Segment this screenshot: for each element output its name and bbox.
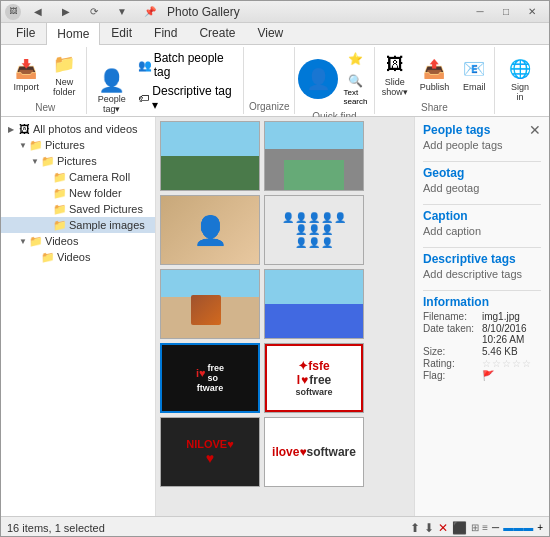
- flag-value[interactable]: 🚩: [482, 370, 494, 381]
- caption-value[interactable]: Add caption: [423, 225, 541, 237]
- nav-dropdown[interactable]: ▼: [109, 1, 135, 23]
- thumbnail-2[interactable]: [264, 121, 364, 191]
- tree-item-videos-sub[interactable]: 📁 Videos: [1, 249, 155, 265]
- geotag-title: Geotag: [423, 166, 541, 180]
- descriptive-tag-button[interactable]: 🏷 Descriptive tag ▾: [133, 82, 238, 114]
- batch-people-tag-button[interactable]: 👥 Batch people tag: [133, 49, 238, 81]
- nav-refresh[interactable]: ⟳: [81, 1, 107, 23]
- ribbon-group-manage: 👤 Peopletag▾ 👥 Batch people tag 🏷 Descri…: [87, 47, 245, 114]
- thumbnail-5[interactable]: [160, 269, 260, 339]
- right-panel: ✕ People tags Add people tags Geotag Add…: [414, 117, 549, 516]
- tree-item-pictures[interactable]: ▼ 📁 Pictures: [1, 137, 155, 153]
- publish-button[interactable]: 📤 Publish: [415, 54, 455, 95]
- saved-pictures-icon: 📁: [53, 202, 67, 216]
- people-tag-button[interactable]: 👤 Peopletag▾: [93, 66, 131, 117]
- tree-arrow-camera-roll: [41, 171, 53, 183]
- people-tags-value[interactable]: Add people tags: [423, 139, 541, 151]
- tab-edit[interactable]: Edit: [100, 21, 143, 44]
- signin-button[interactable]: 🌐 Signin: [502, 54, 538, 105]
- gallery: 👤 👤👤👤 👤👤👤 👤👤 👤👤👤: [156, 117, 414, 516]
- gallery-row-2: 👤 👤👤👤 👤👤👤 👤👤 👤👤👤: [160, 195, 410, 265]
- tab-find[interactable]: Find: [143, 21, 188, 44]
- info-title: Information: [423, 295, 541, 309]
- email-icon: 📧: [462, 57, 486, 81]
- new-folder-button[interactable]: 📁 Newfolder: [46, 49, 82, 100]
- all-photos-icon: 🖼: [17, 122, 31, 136]
- tree-item-pictures-sub[interactable]: ▼ 📁 Pictures: [1, 153, 155, 169]
- sidebar: ▶ 🖼 All photos and videos ▼ 📁 Pictures ▼…: [1, 117, 156, 516]
- email-label: Email: [463, 82, 486, 92]
- camera-roll-label: Camera Roll: [69, 171, 130, 183]
- thumbnail-1[interactable]: [160, 121, 260, 191]
- ribbon: 📥 Import 📁 Newfolder New 👤 Peopletag▾ 👥: [1, 45, 549, 117]
- tree-item-videos[interactable]: ▼ 📁 Videos: [1, 233, 155, 249]
- status-zoom-out[interactable]: ─: [492, 522, 499, 533]
- close-panel-button[interactable]: ✕: [529, 123, 541, 137]
- tree-arrow-pictures[interactable]: ▼: [17, 139, 29, 151]
- thumbnail-8[interactable]: ✦fsfe I ♥ free software: [264, 343, 364, 413]
- slideshow-button[interactable]: 🖼 Slideshow▾: [377, 49, 413, 100]
- tree-arrow-saved: [41, 203, 53, 215]
- videos-sub-label: Videos: [57, 251, 90, 263]
- status-zoom-bar[interactable]: ▬▬▬: [503, 522, 533, 533]
- tree-arrow-pictures-sub[interactable]: ▼: [29, 155, 41, 167]
- nav-forward[interactable]: ▶: [53, 1, 79, 23]
- sample-images-label: Sample images: [69, 219, 145, 231]
- folder-icon: 📁: [52, 52, 76, 76]
- tree-item-all-photos[interactable]: ▶ 🖼 All photos and videos: [1, 121, 155, 137]
- desc-tag-icon: 🏷: [138, 91, 151, 105]
- descriptive-tags-value[interactable]: Add descriptive tags: [423, 268, 541, 280]
- date-value: 8/10/2016 10:26 AM: [482, 323, 541, 345]
- tab-create[interactable]: Create: [188, 21, 246, 44]
- close-button[interactable]: ✕: [519, 1, 545, 23]
- thumbnail-7-selected[interactable]: i♥ free so ftware: [160, 343, 260, 413]
- person-find-icon: 👤: [298, 59, 338, 99]
- panel-section-info: Information Filename: img1.jpg Date take…: [423, 295, 541, 381]
- email-button[interactable]: 📧 Email: [456, 54, 492, 95]
- maximize-button[interactable]: □: [493, 1, 519, 23]
- ribbon-group-quickfind-content: 👤 ⭐ 🔍 Textsearch: [298, 49, 370, 109]
- thumbnail-10[interactable]: ilove♥software: [264, 417, 364, 487]
- text-search-button[interactable]: 🔍 Textsearch: [340, 71, 370, 109]
- filename-value: img1.jpg: [482, 311, 520, 322]
- tree-arrow-all-photos[interactable]: ▶: [5, 123, 17, 135]
- publish-icon: 📤: [422, 57, 446, 81]
- status-x-icon[interactable]: ✕: [438, 521, 448, 535]
- divider-3: [423, 247, 541, 248]
- pictures-icon: 📁: [29, 138, 43, 152]
- status-zoom-in[interactable]: +: [537, 522, 543, 533]
- thumbnail-4[interactable]: 👤👤👤 👤👤👤 👤👤 👤👤👤: [264, 195, 364, 265]
- info-row-rating: Rating: ☆☆☆☆☆: [423, 358, 541, 369]
- thumbnail-9[interactable]: NILOVE♥ ♥: [160, 417, 260, 487]
- tab-view[interactable]: View: [246, 21, 294, 44]
- people-tag-label: Peopletag▾: [98, 94, 126, 114]
- thumbnail-6[interactable]: [264, 269, 364, 339]
- info-row-date: Date taken: 8/10/2016 10:26 AM: [423, 323, 541, 345]
- tree-item-saved-pictures[interactable]: 📁 Saved Pictures: [1, 201, 155, 217]
- tree-arrow-videos[interactable]: ▼: [17, 235, 29, 247]
- status-square-icon[interactable]: ⬛: [452, 521, 467, 535]
- tree-item-new-folder[interactable]: 📁 New folder: [1, 185, 155, 201]
- tab-file[interactable]: File: [5, 21, 46, 44]
- status-down-icon[interactable]: ⬇: [424, 521, 434, 535]
- tree-item-camera-roll[interactable]: 📁 Camera Roll: [1, 169, 155, 185]
- import-icon: 📥: [14, 57, 38, 81]
- nav-pin[interactable]: 📌: [137, 1, 163, 23]
- rating-stars[interactable]: ☆☆☆☆☆: [482, 358, 532, 369]
- ribbon-group-organize-label: Organize: [249, 99, 290, 112]
- geotag-value[interactable]: Add geotag: [423, 182, 541, 194]
- ribbon-group-new-label: New: [35, 100, 55, 113]
- tab-home[interactable]: Home: [46, 22, 100, 45]
- panel-section-descriptive-tags: Descriptive tags Add descriptive tags: [423, 252, 541, 280]
- signin-label: Signin: [511, 82, 529, 102]
- people-tag-icon: 👤: [100, 69, 124, 93]
- status-text: 16 items, 1 selected: [7, 522, 105, 534]
- minimize-button[interactable]: ─: [467, 1, 493, 23]
- import-button[interactable]: 📥 Import: [8, 54, 44, 95]
- tree-item-sample-images[interactable]: 📁 Sample images: [1, 217, 155, 233]
- thumbnail-3[interactable]: 👤: [160, 195, 260, 265]
- status-up-icon[interactable]: ⬆: [410, 521, 420, 535]
- nav-back[interactable]: ◀: [25, 1, 51, 23]
- star-find-button[interactable]: ⭐: [340, 49, 370, 69]
- camera-roll-icon: 📁: [53, 170, 67, 184]
